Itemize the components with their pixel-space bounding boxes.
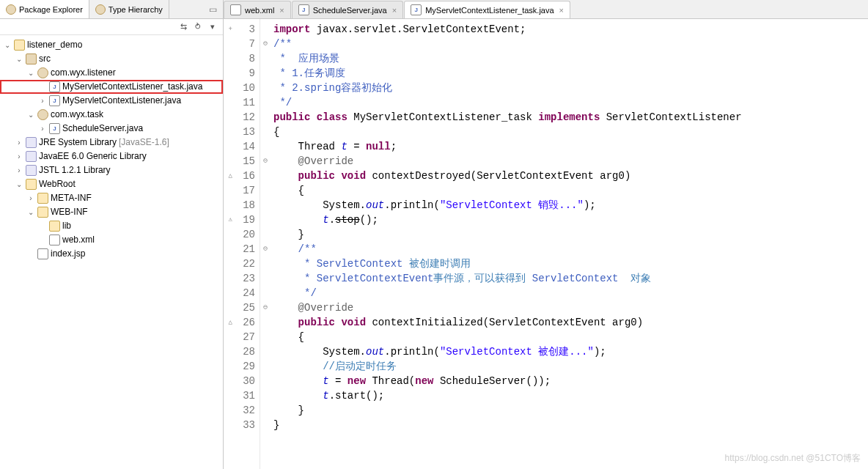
twisty-icon[interactable]: › (38, 122, 47, 135)
gutter-mark-icon: ⚠ (225, 213, 232, 227)
tree-item[interactable]: ⌄com.wyx.listener (0, 66, 223, 80)
tab-label: Type Hierarchy (108, 5, 163, 14)
tree-item[interactable]: lib (0, 219, 223, 233)
sidebar-tab-type-hierarchy[interactable]: Type Hierarchy (89, 0, 169, 18)
fold-toggle[interactable]: ⊖ (260, 242, 271, 256)
code-line[interactable]: t = new Thread(new ScheduleServer()); (273, 374, 868, 388)
link-editor-icon[interactable]: ⥁ (192, 21, 204, 33)
minimize-button[interactable]: ▭ (203, 4, 223, 15)
i-folder-icon (37, 207, 48, 218)
tree-item[interactable]: ›JSTL 1.2.1 Library (0, 163, 223, 177)
code-line[interactable]: * 1.任务调度 (273, 66, 868, 81)
twisty-icon[interactable]: › (26, 192, 35, 204)
fold-toggle (260, 286, 271, 300)
twisty-icon[interactable]: ⌄ (15, 53, 23, 65)
tree-item[interactable]: ⌄WEB-INF (0, 205, 223, 219)
code-line[interactable]: * 应用场景 (273, 51, 868, 66)
fold-toggle (260, 125, 271, 139)
code-line[interactable]: public class MyServletContextListener_ta… (273, 110, 868, 125)
line-number: 20 (243, 229, 255, 240)
code-line[interactable]: */ (273, 286, 868, 300)
line-number: 8 (249, 53, 255, 64)
i-folder-icon (26, 179, 37, 190)
close-icon[interactable]: × (279, 6, 284, 15)
fold-toggle[interactable]: ⊖ (260, 300, 271, 315)
twisty-icon[interactable]: ⌄ (26, 206, 35, 218)
i-java-icon: J (49, 81, 60, 92)
fold-toggle (260, 22, 271, 37)
line-number: 28 (243, 346, 255, 358)
line-number: 19 (243, 214, 255, 226)
code-line[interactable]: public void contextDestroyed(ServletCont… (273, 169, 868, 183)
twisty-icon[interactable]: ⌄ (15, 178, 23, 191)
twisty-icon[interactable]: › (15, 136, 23, 149)
tree-item[interactable]: ⌄src (0, 52, 223, 66)
code-line[interactable]: System.out.println("ServletContext 销毁...… (273, 198, 868, 213)
tree-item[interactable]: ›JMyServletContextListener.java (0, 94, 223, 108)
code-line[interactable]: @Override (273, 154, 868, 169)
fold-toggle (260, 271, 271, 286)
code-line[interactable]: import javax.servlet.ServletContextEvent… (273, 22, 868, 37)
tree-item[interactable]: ⌄WebRoot (0, 177, 223, 191)
twisty-icon[interactable]: › (15, 150, 23, 163)
code-line[interactable]: * ServletContext 被创建时调用 (273, 256, 868, 271)
editor-tab[interactable]: JMyServletContextListener_task.java× (404, 1, 570, 18)
tree-item[interactable]: ⌄listener_demo (0, 38, 223, 52)
editor-tab-label: web.xml (245, 6, 274, 15)
line-number: 27 (243, 331, 255, 343)
tree-label: index.jsp (51, 248, 85, 260)
tree-item[interactable]: ›META-INF (0, 191, 223, 205)
code-line[interactable]: Thread t = null; (273, 139, 868, 154)
code-line[interactable]: public void contextInitialized(ServletCo… (273, 315, 868, 330)
code-line[interactable]: } (273, 403, 868, 418)
editor-tab[interactable]: web.xml× (224, 1, 291, 18)
code-line[interactable]: @Override (273, 300, 868, 315)
twisty-icon[interactable]: › (15, 164, 23, 177)
code-line[interactable]: { (273, 330, 868, 344)
code-line[interactable]: { (273, 125, 868, 139)
fold-column[interactable]: ⊖⊖⊖⊖ (260, 19, 271, 469)
code-editor[interactable]: import javax.servlet.ServletContextEvent… (271, 19, 868, 469)
code-line[interactable]: */ (273, 95, 868, 110)
close-icon[interactable]: × (392, 6, 397, 15)
collapse-all-icon[interactable]: ⇆ (177, 21, 189, 33)
line-number: 25 (243, 302, 255, 314)
code-line[interactable]: t.start(); (273, 388, 868, 403)
code-line[interactable]: /** (273, 37, 868, 51)
code-line[interactable]: { (273, 183, 868, 198)
twisty-icon[interactable]: › (38, 95, 47, 107)
editor-tab[interactable]: JScheduleServer.java× (292, 1, 403, 18)
code-line[interactable]: } (273, 418, 868, 432)
fold-toggle (260, 403, 271, 418)
twisty-icon[interactable]: ⌄ (26, 67, 35, 79)
tree-item[interactable]: index.jsp (0, 247, 223, 261)
code-line[interactable]: } (273, 227, 868, 242)
code-line[interactable]: System.out.println("ServletContext 被创建..… (273, 344, 868, 359)
tree-item[interactable]: ⌄com.wyx.task (0, 108, 223, 122)
twisty-icon[interactable]: ⌄ (3, 39, 12, 51)
fold-toggle[interactable]: ⊖ (260, 37, 271, 51)
sidebar-tab-package-explorer[interactable]: Package Explorer (0, 0, 89, 18)
close-icon[interactable]: × (559, 6, 564, 15)
line-number: 21 (243, 243, 255, 255)
package-explorer-tree[interactable]: ⌄listener_demo⌄src⌄com.wyx.listenerJMySe… (0, 35, 223, 469)
tree-item[interactable]: JMyServletContextListener_task.java (0, 80, 223, 94)
code-line[interactable]: t.stop(); (273, 213, 868, 227)
tree-item[interactable]: ›JRE System Library [JavaSE-1.6] (0, 136, 223, 149)
code-line[interactable]: //启动定时任务 (273, 359, 868, 374)
code-line[interactable]: * 2.spring容器初始化 (273, 81, 868, 95)
code-line[interactable]: * ServletContextEvent事件源，可以获得到 ServletCo… (273, 271, 868, 286)
tab-icon (6, 4, 16, 15)
tree-item[interactable]: web.xml (0, 233, 223, 247)
line-number: 23 (243, 273, 255, 284)
tree-label: com.wyx.task (51, 108, 103, 121)
tree-item[interactable]: ›JavaEE 6.0 Generic Library (0, 149, 223, 163)
code-line[interactable]: /** (273, 242, 868, 256)
twisty-icon[interactable]: ⌄ (26, 108, 35, 121)
view-menu-icon[interactable]: ▾ (207, 21, 218, 33)
line-number: 32 (243, 405, 255, 416)
tab-icon (95, 4, 106, 15)
fold-toggle[interactable]: ⊖ (260, 154, 271, 169)
tree-item[interactable]: ›JScheduleServer.java (0, 122, 223, 136)
line-number: 26 (243, 317, 255, 328)
